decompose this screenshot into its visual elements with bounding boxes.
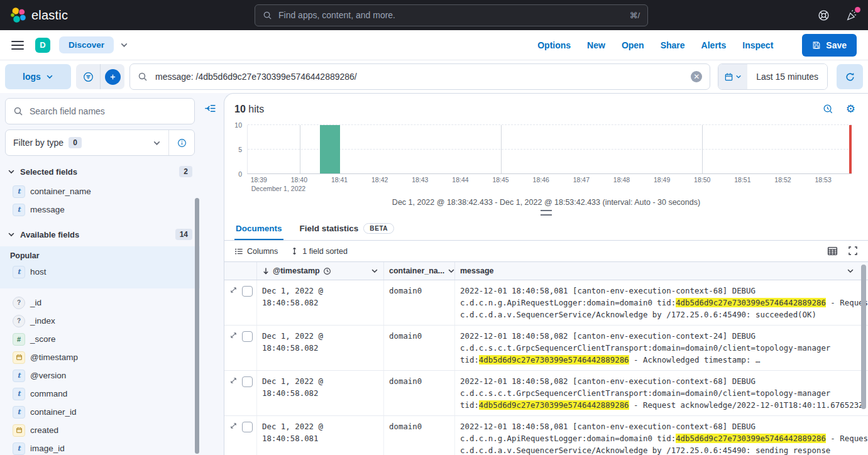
field-label: container_id [30,407,77,417]
field-label: created [30,425,58,435]
x-axis-tick-label: 18:44 [452,176,468,184]
field-type-t-icon: t [13,406,25,419]
menu-alerts[interactable]: Alerts [701,40,727,50]
field-type-date-icon [13,424,25,437]
field-item-created[interactable]: created [10,421,192,439]
message-cell: 2022-12-01 18:40:58,082 [canton-env-exec… [455,371,868,415]
fields-sidebar: Filter by type 0 Selected fields 2 tcont… [0,93,200,455]
tab-field-statistics[interactable]: Field statistics BETA [299,219,396,240]
timestamp-cell: Dec 1, 2022 @ 18:40:58.082 [257,280,384,325]
histogram-plot[interactable] [247,125,852,174]
field-item-message[interactable]: tmessage [10,200,195,219]
data-view-picker[interactable]: logs [5,64,71,89]
newsfeed-icon[interactable] [846,9,858,21]
columns-button[interactable]: Columns [234,247,278,256]
field-item-command[interactable]: tcommand [10,385,192,403]
add-filter-button[interactable] [101,69,124,85]
info-icon[interactable] [168,130,194,155]
elastic-logo[interactable]: elastic [10,7,68,23]
menu-share[interactable]: Share [661,40,685,50]
field-item-image_id[interactable]: timage_id [10,439,192,455]
timestamp-column-label: @timestamp [273,266,320,275]
container-name-cell: domain0 [384,416,455,455]
y-axis-tick-label: 5 [238,146,242,153]
field-type-t-icon: t [13,266,25,278]
clear-query-icon[interactable]: ✕ [691,71,702,82]
field-item-container_id[interactable]: tcontainer_id [10,403,192,421]
calendar-icon[interactable] [718,64,747,89]
menu-options[interactable]: Options [537,40,571,50]
field-item-_score[interactable]: #_score [10,330,192,348]
row-checkbox[interactable] [242,376,253,387]
sort-icon [290,247,299,255]
x-axis-tick-label: 18:52 [774,176,791,184]
message-text: 2022-12-01 18:40:58,081 [canton-env-exec… [460,422,755,431]
filter-by-type-button[interactable]: Filter by type 0 [6,137,168,148]
field-item-host[interactable]: thost [10,263,190,281]
x-axis-date: December 1, 2022 [247,185,852,193]
chart-options-gear-icon[interactable]: ⚙ [846,104,855,114]
timestamp-cell: Dec 1, 2022 @ 18:40:58.082 [257,326,384,370]
grid-scrollbar-thumb[interactable] [861,265,866,409]
filter-menu-icon[interactable] [76,72,100,82]
field-item-_index[interactable]: ?_index [10,312,192,330]
field-search-input[interactable] [28,106,187,117]
row-checkbox[interactable] [242,422,253,432]
display-options-icon[interactable] [827,246,838,256]
histogram-chart: 0510 [247,125,852,174]
expand-row-icon[interactable] [229,331,238,339]
global-search-input[interactable] [277,9,624,21]
menu-open[interactable]: Open [622,40,644,50]
sort-fields-button[interactable]: 1 field sorted [290,247,348,256]
row-checkbox[interactable] [242,331,253,342]
header-message[interactable]: message [455,262,868,280]
container-column-label: container_na... [389,266,444,275]
menu-new[interactable]: New [587,40,605,50]
hits-label: hits [248,104,264,114]
histogram-bar[interactable] [320,125,340,173]
menu-icon[interactable] [11,41,24,50]
edit-visualization-icon[interactable] [823,104,833,114]
collapse-sidebar-icon[interactable] [205,103,216,114]
field-label: command [30,389,67,398]
field-item-_id[interactable]: ?_id [10,293,192,312]
global-search[interactable]: ⌘/ [255,4,648,26]
tab-documents-label: Documents [236,224,282,233]
fullscreen-icon[interactable] [848,246,858,256]
field-item-container_name[interactable]: tcontainer_name [10,182,195,200]
selected-fields-header[interactable]: Selected fields 2 [8,166,192,177]
plus-icon [105,69,121,85]
help-icon[interactable] [818,9,830,21]
message-text: - Request acknowledge/2022-12-01T18:40:1… [629,400,868,410]
expand-row-icon[interactable] [229,422,238,430]
available-fields-header[interactable]: Available fields 14 [8,229,192,240]
column-menu-chevron[interactable] [847,267,854,275]
column-menu-chevron[interactable] [448,267,455,275]
search-icon [263,11,272,20]
field-type-t-icon: t [13,370,25,382]
x-axis-tick-label: 18:47 [573,176,590,184]
menu-inspect[interactable]: Inspect [742,40,773,50]
x-axis-tick-label: 18:39 [251,176,267,184]
top-menu: Options New Open Share Alerts Inspect Sa… [537,34,857,57]
column-menu-chevron[interactable] [371,267,378,275]
result-tabs: Documents Field statistics BETA [224,216,868,241]
refresh-button[interactable] [837,64,863,89]
resize-handle[interactable] [541,210,552,216]
logo-text: elastic [31,8,68,23]
tab-documents[interactable]: Documents [234,219,283,240]
time-range-label[interactable]: Last 15 minutes [747,64,827,89]
field-item-@version[interactable]: t@version [10,366,192,385]
expand-row-icon[interactable] [229,286,238,294]
field-item-@timestamp[interactable]: @timestamp [10,348,192,366]
header-container-name[interactable]: container_na... [384,262,455,280]
save-button[interactable]: Save [802,34,857,57]
query-input[interactable] [154,71,684,82]
expand-row-icon[interactable] [229,376,238,385]
sidebar-scrollbar-thumb[interactable] [195,198,199,454]
header-timestamp[interactable]: @timestamp [257,262,384,280]
query-input-wrapper: ✕ [129,63,710,90]
breadcrumb[interactable]: Discover [59,36,114,53]
chevron-down-icon[interactable] [120,41,128,49]
row-checkbox[interactable] [242,286,253,297]
